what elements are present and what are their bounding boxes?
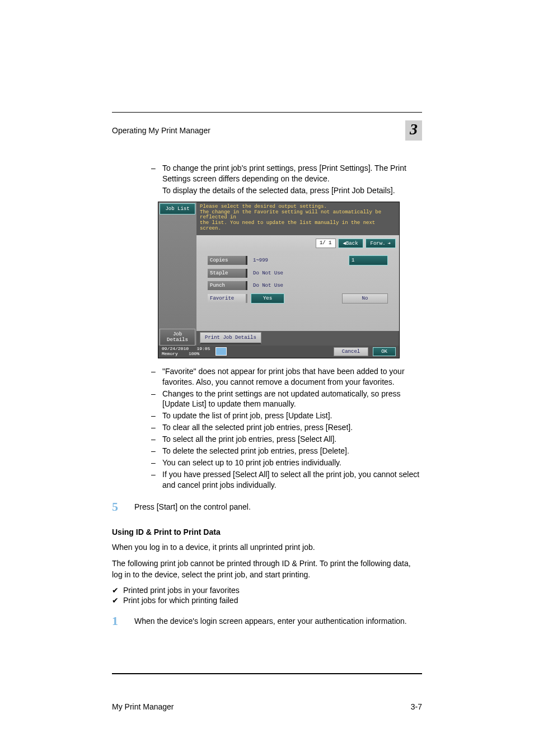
step-text: When the device's login screen appears, …: [134, 614, 422, 628]
section-paragraph: The following print job cannot be printe…: [112, 558, 422, 580]
device-date: 09/24/2010: [162, 346, 189, 351]
footer-rule: [112, 673, 422, 674]
bullet-text: To update the list of print job, press […: [162, 410, 422, 421]
dash-icon: –: [151, 163, 162, 184]
row-staple: Staple Do Not Use: [196, 267, 399, 279]
chapter-number: 3: [405, 120, 422, 141]
copies-label: Copies: [208, 256, 247, 265]
device-screenshot: Job List Job Details Please select the d…: [158, 202, 400, 358]
bullet-text: To delete the selected print job entries…: [162, 446, 422, 456]
favorite-no[interactable]: No: [342, 293, 388, 304]
check-icon: ✔: [112, 586, 123, 595]
favorite-yes[interactable]: Yes: [251, 293, 284, 304]
check-text: Print jobs for which printing failed: [123, 596, 238, 605]
copies-hint: 1~999: [251, 258, 268, 263]
bullet-text: Changes to the print settings are not up…: [162, 389, 422, 410]
step-number: 5: [112, 500, 134, 514]
device-footer: 09/24/2010 19:05 Memory 100% Cancel OK: [158, 346, 399, 358]
step-text: Press [Start] on the control panel.: [134, 500, 422, 514]
bullet-text: "Favorite" does not appear for print job…: [162, 366, 422, 388]
device-datetime: 09/24/2010 19:05 Memory 100%: [162, 347, 210, 357]
bullet-text: If you have pressed [Select All] to sele…: [162, 469, 422, 491]
msg-line: the list. You need to update the list ma…: [200, 221, 396, 232]
header-rule: [112, 112, 422, 113]
intro-bullet: – To change the print job's print settin…: [151, 163, 422, 184]
memory-label: Memory: [162, 351, 178, 356]
back-button[interactable]: ◀Back: [338, 239, 363, 248]
intro-bullet-cont: To display the details of the selected d…: [162, 185, 422, 196]
bullet-text: To clear all the selected print job entr…: [162, 422, 422, 433]
bullet-text: You can select up to 10 print job entrie…: [162, 458, 422, 468]
row-favorite: Favorite Yes No: [196, 292, 399, 305]
ok-button[interactable]: OK: [373, 347, 396, 356]
step-1b: 1 When the device's login screen appears…: [112, 614, 422, 628]
bullet: –To select all the print job entries, pr…: [151, 434, 422, 445]
forward-button[interactable]: Forw. ➔: [366, 239, 396, 248]
cancel-button[interactable]: Cancel: [334, 347, 368, 356]
bullet: –To update the list of print job, press …: [151, 410, 422, 421]
device-time: 19:05: [196, 346, 210, 351]
page-indicator: 1/ 1: [316, 239, 336, 248]
favorite-label: Favorite: [208, 294, 247, 303]
tab-job-list[interactable]: Job List: [160, 203, 195, 214]
bullet: –Changes to the print settings are not u…: [151, 389, 422, 410]
dash-icon: –: [151, 446, 162, 456]
memory-value: 100%: [189, 351, 199, 356]
punch-label: Punch: [208, 281, 247, 290]
step-number: 1: [112, 614, 134, 628]
cloud-icon: [216, 347, 227, 356]
intro-bullet-text: To change the print job's print settings…: [162, 163, 422, 184]
dash-icon: –: [151, 410, 162, 421]
bullet: –To delete the selected print job entrie…: [151, 446, 422, 456]
device-sidebar: Job List Job Details: [158, 202, 196, 346]
bullet-text: To select all the print job entries, pre…: [162, 434, 422, 445]
punch-hint: Do Not Use: [251, 283, 283, 288]
bullet: –To clear all the selected print job ent…: [151, 422, 422, 433]
dash-icon: –: [151, 389, 162, 410]
arrow-right-icon: ➔: [388, 240, 391, 246]
device-instruction: Please select the desired output setting…: [196, 202, 399, 235]
print-job-details-button[interactable]: Print Job Details: [200, 332, 261, 344]
check-item: ✔Print jobs for which printing failed: [112, 596, 422, 605]
header-title: Operating My Print Manager: [112, 126, 210, 135]
check-item: ✔Printed print jobs in your favorites: [112, 586, 422, 595]
footer-right: 3-7: [411, 702, 422, 711]
bullet: –If you have pressed [Select All] to sel…: [151, 469, 422, 491]
check-icon: ✔: [112, 596, 123, 605]
staple-label: Staple: [208, 269, 247, 278]
footer-left: My Print Manager: [112, 702, 174, 711]
section-paragraph: When you log in to a device, it prints a…: [112, 542, 422, 553]
dash-icon: –: [151, 458, 162, 468]
staple-hint: Do Not Use: [251, 270, 283, 276]
tab-job-details[interactable]: Job Details: [160, 329, 195, 346]
dash-icon: –: [151, 422, 162, 433]
row-punch: Punch Do Not Use: [196, 279, 399, 292]
page-header: Operating My Print Manager 3: [112, 120, 422, 141]
step-5: 5 Press [Start] on the control panel.: [112, 500, 422, 514]
dash-icon: –: [151, 469, 162, 491]
bullet: –"Favorite" does not appear for print jo…: [151, 366, 422, 388]
page-footer: My Print Manager 3-7: [112, 697, 422, 711]
copies-value[interactable]: 1: [349, 255, 388, 265]
check-text: Printed print jobs in your favorites: [123, 586, 240, 595]
msg-line: The change in the Favorite setting will …: [200, 210, 396, 221]
device-pagebar: 1/ 1 ◀Back Forw. ➔: [196, 235, 399, 254]
dash-icon: –: [151, 434, 162, 445]
dash-icon: –: [151, 366, 162, 388]
row-copies: Copies 1~999 1: [196, 254, 399, 267]
forward-label: Forw.: [371, 241, 386, 246]
section-heading: Using ID & Print to Print Data: [112, 528, 422, 536]
bullet: –You can select up to 10 print job entri…: [151, 458, 422, 468]
